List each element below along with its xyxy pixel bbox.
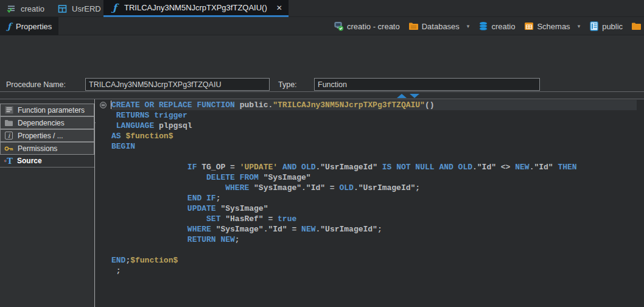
- code-line[interactable]: CREATE OR REPLACE FUNCTION public."TRILC…: [111, 100, 637, 110]
- parameters-icon: [4, 106, 14, 114]
- schemas-icon: [523, 22, 534, 30]
- breadcrumb-functions[interactable]: Functio: [631, 22, 644, 31]
- sidebar-item-label: Permissions: [18, 144, 57, 153]
- main-area: Function parameters Dependencies i Prope…: [0, 99, 644, 307]
- type-input[interactable]: [314, 78, 540, 91]
- function-icon: ƒ: [7, 22, 11, 30]
- procedure-name-label: Procedure Name:: [6, 80, 66, 89]
- breadcrumb-label: Schemas: [537, 22, 570, 31]
- sql-source-editor[interactable]: CREATE OR REPLACE FUNCTION public."TRILC…: [96, 99, 644, 307]
- chevron-down-icon[interactable]: ▾: [467, 23, 470, 29]
- code-line[interactable]: END IF;: [111, 193, 637, 203]
- breadcrumb: creatio - creato Databases ▾ c: [334, 17, 644, 35]
- sidebar-item-label: Function parameters: [18, 106, 85, 115]
- properties-tab-label: Properties: [16, 22, 52, 31]
- schema-doc-icon: [589, 21, 599, 31]
- code-lines: CREATE OR REPLACE FUNCTION public."TRILC…: [96, 100, 644, 276]
- sidebar-item-dependencies[interactable]: Dependencies: [0, 116, 94, 129]
- sidebar-item-properties[interactable]: i Properties / ...: [0, 129, 94, 142]
- function-icon: ƒ: [110, 3, 120, 13]
- tab-creatio-script[interactable]: creatio: [0, 0, 51, 17]
- sidebar-item-permissions[interactable]: Permissions: [0, 142, 94, 155]
- code-line[interactable]: WHERE "SysImage"."Id" = NEW."UsrImageId"…: [111, 224, 637, 235]
- breadcrumb-connection[interactable]: creatio - creato: [334, 21, 400, 31]
- type-label: Type:: [278, 80, 297, 89]
- code-line[interactable]: END;$function$: [111, 255, 637, 266]
- source-icon: ‹› T: [3, 157, 13, 165]
- code-line[interactable]: RETURNS trigger: [111, 110, 637, 121]
- breadcrumb-databases[interactable]: Databases ▾: [408, 22, 470, 31]
- code-line[interactable]: UPDATE "SysImage": [111, 203, 637, 214]
- code-line[interactable]: SET "HasRef" = true: [111, 214, 637, 224]
- code-line[interactable]: [111, 245, 637, 255]
- erd-diagram-icon: [57, 4, 68, 13]
- procedure-name-input[interactable]: [85, 78, 270, 91]
- tab-function-trilca[interactable]: ƒ TRILCAJny3NM5NJcrpTXPg3fTZQAIU() ✕: [103, 0, 289, 17]
- breadcrumb-schema-public[interactable]: public: [589, 21, 623, 31]
- window-tab-bar: creatio UsrERD ƒ TRILCAJny3NM5NJcrpTXPg3…: [0, 0, 644, 17]
- breadcrumb-label: creatio - creato: [347, 22, 400, 31]
- breadcrumb-database-creatio[interactable]: creatio: [478, 21, 515, 31]
- code-line[interactable]: WHERE "SysImage"."Id" = OLD."UsrImageId"…: [111, 183, 637, 193]
- sidebar-item-label: Dependencies: [18, 119, 65, 127]
- folder-icon: [4, 119, 14, 127]
- tab-label: UsrERD: [72, 4, 101, 13]
- sidebar-item-label: Properties / ...: [18, 132, 63, 140]
- breadcrumb-label: creatio: [491, 22, 515, 31]
- code-line[interactable]: [111, 152, 637, 162]
- breadcrumb-label: public: [602, 22, 623, 31]
- tab-properties[interactable]: ƒ Properties: [0, 17, 58, 35]
- info-icon: i: [4, 132, 14, 139]
- sidebar-item-function-parameters[interactable]: Function parameters: [0, 104, 94, 116]
- properties-form: Procedure Name: Procedure Description: T…: [0, 35, 644, 91]
- tab-label: TRILCAJny3NM5NJcrpTXPg3fTZQAIU(): [124, 3, 267, 12]
- toolbar-row: ƒ Properties creatio - creato: [0, 17, 644, 35]
- sidebar-item-label: Source: [17, 157, 42, 165]
- code-line[interactable]: ;: [111, 266, 637, 276]
- breadcrumb-schemas[interactable]: Schemas ▾: [523, 22, 580, 31]
- code-line[interactable]: BEGIN: [111, 141, 637, 152]
- databases-folder-icon: [408, 22, 419, 30]
- connection-icon: [334, 21, 344, 31]
- tab-label: creatio: [21, 4, 44, 13]
- close-tab-icon[interactable]: ✕: [276, 4, 282, 12]
- code-line[interactable]: LANGUAGE plpgsql: [111, 121, 637, 131]
- database-icon: [478, 21, 488, 31]
- code-line[interactable]: DELETE FROM "SysImage": [111, 172, 637, 183]
- code-line[interactable]: AS $function$: [111, 131, 637, 141]
- breadcrumb-label: Databases: [422, 22, 460, 31]
- folder-icon: [631, 22, 642, 30]
- tab-usrerd[interactable]: UsrERD: [51, 0, 107, 17]
- chevron-down-icon[interactable]: ▾: [578, 23, 581, 29]
- sql-script-icon: [6, 4, 16, 13]
- editor-sidebar: Function parameters Dependencies i Prope…: [0, 99, 95, 307]
- collapse-down-icon[interactable]: [410, 94, 419, 98]
- key-icon: [4, 146, 14, 152]
- sidebar-item-source[interactable]: ‹› T Source: [0, 155, 94, 168]
- panel-splitter[interactable]: [0, 91, 644, 99]
- code-line[interactable]: RETURN NEW;: [111, 235, 637, 245]
- collapse-up-icon[interactable]: [397, 94, 407, 98]
- code-line[interactable]: IF TG_OP = 'UPDATE' AND OLD."UsrImageId"…: [111, 162, 637, 172]
